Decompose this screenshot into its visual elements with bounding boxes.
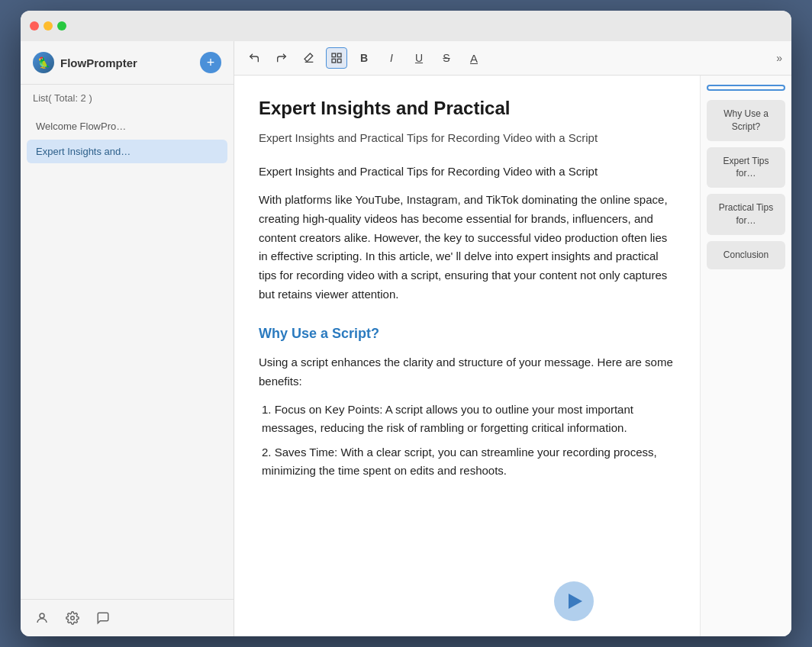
document-title: Expert Insights and Practical xyxy=(259,94,675,123)
strikethrough-button[interactable]: S xyxy=(436,47,457,69)
toc-item-why-label: Why Use a Script? xyxy=(723,108,768,132)
redo-button[interactable] xyxy=(271,47,292,69)
svg-rect-4 xyxy=(332,59,336,63)
sidebar-item-welcome[interactable]: Welcome FlowPro… xyxy=(27,114,227,138)
svg-rect-5 xyxy=(337,59,341,63)
toc-item-conclusion[interactable]: Conclusion xyxy=(707,241,785,269)
toc-item-practical-label: Practical Tips for… xyxy=(719,202,773,226)
close-button[interactable] xyxy=(30,21,39,31)
fullscreen-button[interactable] xyxy=(57,21,66,31)
logo-icon: 🦜 xyxy=(33,52,54,73)
svg-point-1 xyxy=(71,616,75,620)
add-document-button[interactable]: + xyxy=(200,52,221,73)
undo-button[interactable] xyxy=(243,47,265,69)
item-1-text: Focus on Key Points: A script allows you… xyxy=(262,403,633,434)
sidebar-footer xyxy=(21,599,234,636)
minimize-button[interactable] xyxy=(44,21,53,31)
item-1-num: 1. xyxy=(262,403,272,416)
sidebar-items-list: Welcome FlowPro… Expert Insights and… xyxy=(21,111,234,599)
sidebar-item-expert-label: Expert Insights and… xyxy=(36,146,130,157)
section1-intro: Using a script enhances the clarity and … xyxy=(259,353,675,391)
sidebar: 🦜 FlowPrompter + List( Total: 2 ) Welcom… xyxy=(21,41,234,636)
app-body: 🦜 FlowPrompter + List( Total: 2 ) Welcom… xyxy=(21,41,791,636)
editor-outer: Expert Insights and Practical Expert Ins… xyxy=(234,76,791,636)
toolbar: B I U S A » xyxy=(234,41,791,76)
numbered-item-1: 1. Focus on Key Points: A script allows … xyxy=(259,401,675,437)
sidebar-item-welcome-label: Welcome FlowPro… xyxy=(36,121,126,132)
svg-point-0 xyxy=(40,613,44,618)
font-button[interactable]: A xyxy=(463,47,485,69)
toc-item-expert-tips[interactable]: Expert Tips for… xyxy=(707,147,785,188)
section1-heading: Why Use a Script? xyxy=(259,323,675,345)
sidebar-logo: 🦜 FlowPrompter xyxy=(33,52,137,73)
toc-sidebar: Why Use a Script? Expert Tips for… Pract… xyxy=(700,76,791,636)
bold-button[interactable]: B xyxy=(353,47,375,69)
italic-button[interactable]: I xyxy=(381,47,402,69)
toc-active-indicator xyxy=(707,85,785,91)
toc-item-practical-tips[interactable]: Practical Tips for… xyxy=(707,194,785,235)
traffic-lights xyxy=(30,21,66,31)
document-subtitle: Expert Insights and Practical Tips for R… xyxy=(259,129,675,147)
editor-area: B I U S A » Expert Insights and Practica… xyxy=(234,41,791,636)
list-count-label: List( Total: 2 ) xyxy=(21,85,234,111)
title-bar xyxy=(21,11,791,41)
toc-item-why-use-script[interactable]: Why Use a Script? xyxy=(707,100,785,141)
toc-item-expert-label: Expert Tips for… xyxy=(723,156,768,179)
numbered-item-2: 2. Saves Time: With a clear script, you … xyxy=(259,443,675,480)
erase-button[interactable] xyxy=(298,47,320,69)
toc-item-conclusion-label: Conclusion xyxy=(723,249,768,260)
body-paragraph1: With platforms like YouTube, Instagram, … xyxy=(259,191,675,304)
play-button[interactable] xyxy=(554,581,594,621)
item-2-num: 2. xyxy=(262,446,272,459)
app-name: FlowPrompter xyxy=(60,56,137,69)
sidebar-header: 🦜 FlowPrompter + xyxy=(21,41,234,85)
svg-rect-3 xyxy=(337,53,341,57)
body-intro: Expert Insights and Practical Tips for R… xyxy=(259,163,675,182)
item-2-text: Saves Time: With a clear script, you can… xyxy=(262,446,657,477)
svg-rect-2 xyxy=(332,53,336,57)
settings-icon[interactable] xyxy=(63,609,82,627)
more-options-button[interactable]: » xyxy=(776,52,782,64)
play-button-container xyxy=(554,581,594,621)
underline-button[interactable]: U xyxy=(408,47,430,69)
editor-content[interactable]: Expert Insights and Practical Expert Ins… xyxy=(234,76,700,636)
sidebar-item-expert[interactable]: Expert Insights and… xyxy=(27,140,227,163)
block-button[interactable] xyxy=(326,47,347,69)
user-icon[interactable] xyxy=(33,609,51,627)
support-icon[interactable] xyxy=(94,609,112,627)
play-triangle-icon xyxy=(569,594,582,609)
app-window: 🦜 FlowPrompter + List( Total: 2 ) Welcom… xyxy=(21,11,791,636)
